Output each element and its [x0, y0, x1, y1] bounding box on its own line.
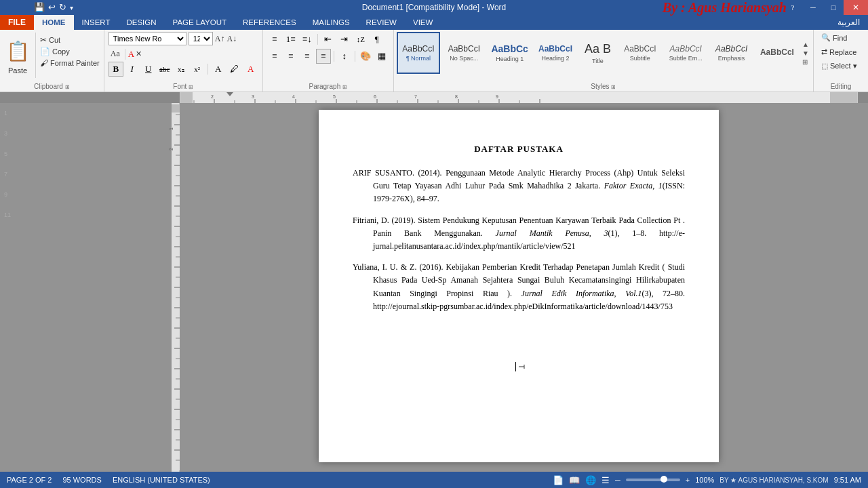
margin-marker: 1	[4, 110, 11, 117]
text-highlight-btn[interactable]: 🖊	[227, 62, 242, 77]
find-button[interactable]: 🔍 Find	[819, 32, 863, 43]
svg-rect-27	[172, 104, 180, 113]
redo-icon[interactable]: ↻	[59, 2, 66, 13]
font-case-btn[interactable]: Aa	[108, 47, 122, 60]
web-view-btn[interactable]: 🌐	[585, 475, 596, 485]
zoom-level: 100%	[695, 476, 714, 484]
font-group: Times New Ro 12 A↑ A↓ Aa A ✕ B I U abc x…	[104, 30, 263, 92]
style-heading2[interactable]: AaBbCcI Heading 2	[534, 32, 577, 74]
style-title[interactable]: Aa B Title	[579, 32, 616, 74]
style-normal[interactable]: AaBbCcI ¶ Normal	[397, 32, 440, 74]
margin-marker: 5	[4, 150, 11, 157]
format-painter-button[interactable]: 🖌 Format Painter	[40, 58, 100, 68]
bullets-btn[interactable]: ≡	[267, 32, 282, 47]
styles-scroll-down[interactable]: ▼	[802, 49, 809, 57]
zoom-slider[interactable]	[626, 479, 680, 481]
font-name-select[interactable]: Times New Ro	[108, 32, 186, 45]
show-para-btn[interactable]: ¶	[370, 32, 384, 47]
tab-home[interactable]: HOME	[34, 15, 74, 30]
numbering-btn[interactable]: 1≡	[283, 32, 298, 47]
italic-btn[interactable]: I	[125, 62, 140, 77]
editing-group: 🔍 Find ⇄ Replace ⬚ Select ▾ Editing	[814, 30, 868, 92]
document-page: DAFTAR PUSTAKA ARIF SUSANTO. (2014). Pen…	[319, 110, 719, 462]
zoom-in-btn[interactable]: +	[686, 476, 690, 484]
svg-text:9: 9	[496, 94, 498, 99]
svg-text:2: 2	[211, 94, 214, 99]
print-layout-btn[interactable]: 📄	[553, 475, 564, 485]
margin-marker: 11	[4, 211, 11, 218]
align-center-btn[interactable]: ≡	[283, 49, 298, 64]
styles-expand[interactable]: ⊞	[802, 58, 809, 66]
decrease-indent-btn[interactable]: ⇤	[321, 32, 336, 47]
justify-btn[interactable]: ≡	[316, 49, 331, 64]
reference-entry-1: ARIF SUSANTO. (2014). Penggunaan Metode …	[353, 167, 685, 206]
increase-indent-btn[interactable]: ⇥	[337, 32, 352, 47]
page-heading: DAFTAR PUSTAKA	[353, 144, 685, 155]
line-spacing-btn[interactable]: ↕	[337, 49, 352, 64]
multilevel-btn[interactable]: ≡↓	[300, 32, 315, 47]
margin-marker: 3	[4, 130, 11, 137]
svg-text:4: 4	[292, 94, 295, 99]
style-heading1[interactable]: AaBbCc Heading 1	[488, 32, 531, 74]
restore-btn[interactable]: □	[823, 0, 844, 15]
cut-button[interactable]: ✂ Cut	[40, 35, 100, 45]
language-status: ENGLISH (UNITED STATES)	[113, 476, 210, 484]
minimize-btn[interactable]: ─	[803, 0, 823, 15]
svg-text:7: 7	[414, 94, 417, 99]
select-button[interactable]: ⬚ Select ▾	[819, 60, 863, 72]
tab-references[interactable]: REFERENCES	[235, 15, 304, 30]
strikethrough-btn[interactable]: abc	[157, 62, 172, 77]
font-group-label: Font ⊞	[104, 83, 262, 90]
bold-btn[interactable]: B	[108, 62, 123, 77]
reference-entry-3: Yuliana, I. U. & Z. (2016). Kebijakan Pe…	[353, 261, 685, 313]
style-emphasis[interactable]: AaBbCcI Emphasis	[709, 32, 753, 74]
replace-button[interactable]: ⇄ Replace	[819, 46, 863, 58]
copy-button[interactable]: 📄 Copy	[40, 47, 100, 56]
style-no-spacing[interactable]: AaBbCcI No Spac...	[442, 32, 486, 74]
zoom-out-btn[interactable]: ─	[615, 476, 620, 484]
paragraph-group-label: Paragraph ⊞	[263, 83, 393, 90]
reference-entry-2: Fitriani, D. (2019). Sistem Pendukung Ke…	[353, 214, 685, 253]
svg-text:6: 6	[374, 94, 376, 99]
styles-group-label: Styles ⊞	[394, 83, 813, 90]
margin-marker: 7	[4, 171, 11, 178]
align-right-btn[interactable]: ≡	[300, 49, 315, 64]
paste-button[interactable]: 📋 Paste	[4, 33, 36, 78]
style-subtle-em[interactable]: AaBbCcI Subtle Em...	[664, 32, 707, 74]
style-extra[interactable]: AaBbCcI	[755, 32, 799, 74]
font-color-btn[interactable]: A	[243, 62, 258, 77]
style-subtitle[interactable]: AaBbCcI Subtitle	[618, 32, 662, 74]
shading-btn[interactable]: 🎨	[358, 49, 373, 64]
close-btn[interactable]: ✕	[844, 0, 868, 15]
customize-quick-access[interactable]: ▾	[70, 4, 73, 12]
tab-insert[interactable]: INSERT	[74, 15, 119, 30]
tab-page-layout[interactable]: PAGE LAYOUT	[165, 15, 235, 30]
paragraph-group: ≡ 1≡ ≡↓ ⇤ ⇥ ↕Z ¶ ≡ ≡ ≡ ≡ ↕ 🎨 ▦ Paragraph…	[263, 30, 394, 92]
styles-scroll-up[interactable]: ▲	[802, 41, 809, 48]
align-left-btn[interactable]: ≡	[267, 49, 282, 64]
tab-review[interactable]: REVIEW	[358, 15, 405, 30]
decrease-font-btn[interactable]: A↓	[226, 34, 237, 44]
borders-btn[interactable]: ▦	[374, 49, 389, 64]
author-status: BY ★ AGUS HARIANSYAH, S.KOM	[719, 476, 828, 484]
tab-file[interactable]: FILE	[0, 15, 34, 30]
clear-format-btn[interactable]: ✕	[136, 49, 142, 58]
sort-btn[interactable]: ↕Z	[353, 32, 368, 47]
tab-arabic[interactable]: العربية	[829, 15, 868, 30]
superscript-btn[interactable]: x²	[190, 62, 205, 77]
read-mode-btn[interactable]: 📖	[569, 475, 580, 485]
undo-icon[interactable]: ↩	[48, 2, 56, 13]
tab-mailings[interactable]: MAILINGS	[304, 15, 358, 30]
outline-view-btn[interactable]: ☰	[601, 475, 610, 485]
underline-btn[interactable]: U	[141, 62, 156, 77]
tab-design[interactable]: DESIGN	[118, 15, 164, 30]
save-icon[interactable]: 💾	[34, 2, 45, 13]
subscript-btn[interactable]: x₂	[174, 62, 189, 77]
clipboard-group-label: Clipboard ⊞	[0, 83, 104, 90]
tab-view[interactable]: VIEW	[405, 15, 441, 30]
increase-font-btn[interactable]: A↑	[215, 34, 225, 44]
words-status: 95 WORDS	[62, 476, 101, 484]
highlight-btn[interactable]: A	[128, 49, 134, 60]
font-size-select[interactable]: 12	[189, 32, 213, 45]
text-effects-btn[interactable]: A	[211, 62, 226, 77]
